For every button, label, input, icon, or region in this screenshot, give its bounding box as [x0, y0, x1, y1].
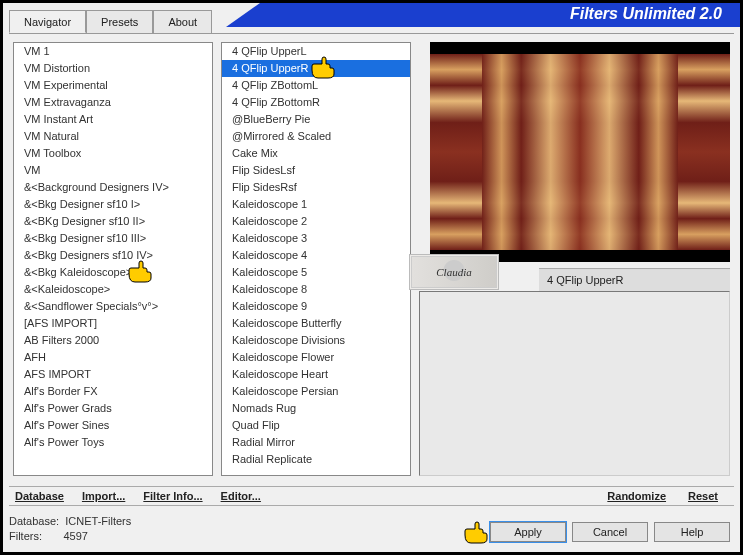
status-db-value: ICNET-Filters	[65, 515, 131, 527]
category-list[interactable]: VM 1VM DistortionVM ExperimentalVM Extra…	[13, 42, 213, 476]
watermark-stamp: Claudia	[409, 254, 499, 290]
filter-item[interactable]: 4 QFlip UpperR	[222, 60, 410, 77]
selected-filter-label: 4 QFlip UpperR	[539, 268, 730, 291]
apply-button[interactable]: Apply	[490, 522, 566, 542]
category-item[interactable]: &<Bkg Designer sf10 I>	[14, 196, 212, 213]
category-item[interactable]: &<Bkg Designer sf10 III>	[14, 230, 212, 247]
reset-link[interactable]: Reset	[688, 490, 718, 502]
filter-item[interactable]: Quad Flip	[222, 417, 410, 434]
category-item[interactable]: &<Kaleidoscope>	[14, 281, 212, 298]
import-link[interactable]: Import...	[82, 490, 125, 502]
hand-pointer-icon	[461, 521, 491, 545]
filter-item[interactable]: @Mirrored & Scaled	[222, 128, 410, 145]
filter-item[interactable]: Kaleidoscope Heart	[222, 366, 410, 383]
category-item[interactable]: [AFS IMPORT]	[14, 315, 212, 332]
filter-item[interactable]: @BlueBerry Pie	[222, 111, 410, 128]
filter-item[interactable]: Flip SidesLsf	[222, 162, 410, 179]
editor-link[interactable]: Editor...	[221, 490, 261, 502]
tab-presets[interactable]: Presets	[86, 10, 153, 33]
category-item[interactable]: VM Extravaganza	[14, 94, 212, 111]
main-panel: VM 1VM DistortionVM ExperimentalVM Extra…	[9, 33, 734, 484]
filter-item[interactable]: Kaleidoscope 9	[222, 298, 410, 315]
filter-item[interactable]: Kaleidoscope 4	[222, 247, 410, 264]
filter-item[interactable]: Kaleidoscope 8	[222, 281, 410, 298]
category-item[interactable]: AB Filters 2000	[14, 332, 212, 349]
tabs: Navigator Presets About	[9, 9, 212, 32]
preview-stamp-slot: Claudia	[419, 268, 539, 290]
category-item[interactable]: VM Natural	[14, 128, 212, 145]
filter-item[interactable]: Nomads Rug	[222, 400, 410, 417]
randomize-link[interactable]: Randomize	[607, 490, 666, 502]
toolbar-row: Database Import... Filter Info... Editor…	[9, 486, 734, 506]
filter-item[interactable]: Radial Mirror	[222, 434, 410, 451]
status-filters-value: 4597	[63, 530, 87, 542]
filter-item[interactable]: Kaleidoscope Flower	[222, 349, 410, 366]
filter-item[interactable]: Kaleidoscope 1	[222, 196, 410, 213]
filter-item[interactable]: Kaleidoscope Butterfly	[222, 315, 410, 332]
filter-item[interactable]: Flip SidesRsf	[222, 179, 410, 196]
tab-navigator[interactable]: Navigator	[9, 10, 86, 33]
filter-item[interactable]: Kaleidoscope Persian	[222, 383, 410, 400]
cancel-button[interactable]: Cancel	[572, 522, 648, 542]
category-item[interactable]: VM Experimental	[14, 77, 212, 94]
category-item[interactable]: Alf's Border FX	[14, 383, 212, 400]
database-link[interactable]: Database	[15, 490, 64, 502]
category-item[interactable]: &<Background Designers IV>	[14, 179, 212, 196]
category-item[interactable]: VM Instant Art	[14, 111, 212, 128]
category-item[interactable]: VM 1	[14, 43, 212, 60]
category-item[interactable]: Alf's Power Sines	[14, 417, 212, 434]
filter-item[interactable]: Radial Replicate	[222, 451, 410, 468]
category-item[interactable]: Alf's Power Grads	[14, 400, 212, 417]
filter-info-link[interactable]: Filter Info...	[143, 490, 202, 502]
filter-item[interactable]: Kaleidoscope 3	[222, 230, 410, 247]
stamp-text: Claudia	[436, 266, 471, 278]
preview-column: Claudia 4 QFlip UpperR	[419, 42, 730, 476]
category-item[interactable]: &<Bkg Designers sf10 IV>	[14, 247, 212, 264]
category-item[interactable]: AFH	[14, 349, 212, 366]
filter-list[interactable]: 4 QFlip UpperL4 QFlip UpperR4 QFlip ZBot…	[221, 42, 411, 476]
preview-image	[430, 42, 730, 262]
filter-item[interactable]: Kaleidoscope 5	[222, 264, 410, 281]
svg-rect-2	[482, 54, 678, 250]
category-item[interactable]: VM	[14, 162, 212, 179]
filter-item[interactable]: 4 QFlip ZBottomR	[222, 94, 410, 111]
category-item[interactable]: &<BKg Designer sf10 II>	[14, 213, 212, 230]
status-db-label: Database:	[9, 515, 59, 527]
header: Navigator Presets About Filters Unlimite…	[3, 3, 740, 33]
preview-label-row: Claudia 4 QFlip UpperR	[419, 268, 730, 291]
category-item[interactable]: VM Distortion	[14, 60, 212, 77]
category-item[interactable]: AFS IMPORT	[14, 366, 212, 383]
dialog-buttons: Apply Cancel Help	[490, 522, 730, 542]
filter-item[interactable]: Kaleidoscope Divisions	[222, 332, 410, 349]
filter-item[interactable]: Kaleidoscope 2	[222, 213, 410, 230]
category-item[interactable]: VM Toolbox	[14, 145, 212, 162]
help-button[interactable]: Help	[654, 522, 730, 542]
filter-item[interactable]: 4 QFlip ZBottomL	[222, 77, 410, 94]
app-window: Navigator Presets About Filters Unlimite…	[2, 2, 741, 553]
status-bar: Database: ICNET-Filters Filters: 4597	[9, 514, 131, 544]
category-item[interactable]: &<Sandflower Specials°v°>	[14, 298, 212, 315]
category-item[interactable]: Alf's Power Toys	[14, 434, 212, 451]
tab-about[interactable]: About	[153, 10, 212, 33]
filter-controls-panel	[419, 291, 730, 476]
category-item[interactable]: &<Bkg Kaleidoscope>	[14, 264, 212, 281]
preview-svg	[430, 42, 730, 262]
status-filters-label: Filters:	[9, 530, 42, 542]
filter-item[interactable]: Cake Mix	[222, 145, 410, 162]
app-title: Filters Unlimited 2.0	[260, 3, 740, 27]
